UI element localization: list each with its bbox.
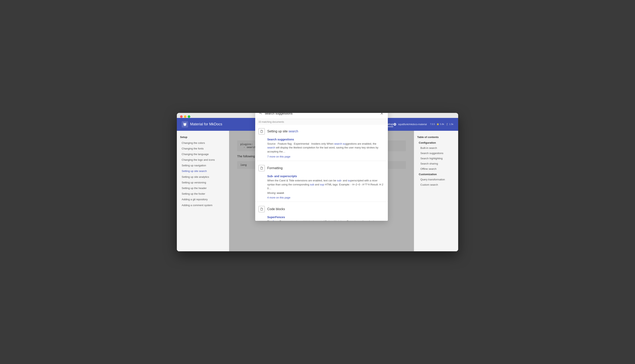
search-overlay[interactable]: 33 matching documents	[229, 131, 414, 251]
traffic-light-red[interactable]	[180, 115, 183, 118]
result-body-3: The SuperFences extension, which is also…	[267, 220, 384, 221]
search-modal: 33 matching documents	[255, 113, 388, 221]
sidebar-section-title: Setup	[180, 136, 226, 138]
result-body-2: When the Caret & Tilde extensions are en…	[267, 178, 384, 190]
sidebar-item-language[interactable]: Changing the language	[180, 152, 226, 157]
section-title-link-1[interactable]: search	[288, 130, 298, 133]
sidebar-item-comments[interactable]: Adding a comment system	[180, 202, 226, 208]
toc-sidebar: Table of contents Configuration Built-in…	[414, 131, 458, 251]
result-more-2[interactable]: 4 more on this page	[267, 196, 290, 199]
repo-name: squidfunk/mkdocs-material	[398, 123, 427, 126]
search-input[interactable]	[265, 113, 379, 115]
sidebar-item-versioning[interactable]: Setting up versioning	[180, 180, 226, 186]
result-more-1[interactable]: 7 more on this page	[267, 155, 290, 158]
browser-content: Material for MkDocs Home Getting started…	[177, 118, 458, 251]
section-title-2: Formatting	[267, 166, 282, 170]
result-missing-2: Missing: search	[267, 192, 384, 194]
main-layout: Setup Changing the colors Changing the f…	[177, 131, 458, 251]
section-title-1: Setting up site search	[267, 130, 298, 133]
toc-title: Table of contents	[417, 136, 455, 138]
search-result-icon-1	[258, 128, 265, 134]
logo-icon	[182, 121, 188, 128]
browser-window: Material for MkDocs Home Getting started…	[177, 113, 458, 251]
toc-item-customization[interactable]: Customization	[417, 172, 455, 177]
result-title-1: Search suggestions	[267, 138, 384, 141]
toc-item-custom-search[interactable]: Custom search	[417, 182, 455, 188]
traffic-lights	[180, 115, 190, 118]
search-result-header-1[interactable]: Setting up site search	[255, 125, 388, 136]
toc-item-offline-search[interactable]: Offline search	[417, 166, 455, 172]
search-icon	[258, 113, 262, 116]
section-title-3: Code blocks	[267, 207, 285, 211]
search-result-item-3[interactable]: SuperFences The SuperFences extension, w…	[255, 214, 388, 221]
traffic-light-yellow[interactable]	[184, 115, 186, 118]
sidebar-item-navigation[interactable]: Setting up navigation	[180, 163, 226, 168]
toc-item-search-sharing[interactable]: Search sharing	[417, 161, 455, 166]
toc-item-configuration[interactable]: Configuration	[417, 140, 455, 146]
result-title-2: Sub- and superscripts	[267, 174, 384, 178]
search-meta: 33 matching documents	[255, 119, 388, 125]
site-title: Material for MkDocs	[190, 122, 222, 126]
repo-icon	[393, 123, 396, 126]
sidebar-item-search[interactable]: Setting up site search	[180, 168, 226, 174]
search-meta-text: 33 matching documents	[258, 120, 284, 123]
header-right: squidfunk/mkdocs-material 7.0.5 ⭐ 5.8k 🍴…	[393, 123, 453, 126]
search-results[interactable]: Setting up site search Search suggestion…	[255, 125, 388, 221]
search-result-section-3: Code blocks SuperFences The SuperFences …	[255, 203, 388, 221]
repo-stars: ⭐ 5.8k	[436, 123, 444, 126]
sidebar-item-colors[interactable]: Changing the colors	[180, 140, 226, 146]
sidebar-item-analytics[interactable]: Setting up site analytics	[180, 174, 226, 180]
toc-item-builtin-search[interactable]: Built-in search	[417, 146, 455, 151]
search-input-row	[255, 113, 388, 119]
search-result-header-3[interactable]: Code blocks	[255, 203, 388, 214]
result-body-1: Source · Feature flag · Experimental · I…	[267, 142, 384, 154]
left-sidebar: Setup Changing the colors Changing the f…	[177, 131, 229, 251]
divider-2	[255, 202, 388, 202]
toc-item-search-suggestions[interactable]: Search suggestions	[417, 151, 455, 156]
toc-item-query-transformation[interactable]: Query transformation	[417, 177, 455, 182]
repo-forks: 🍴 1.5k	[446, 123, 453, 126]
search-result-section-1: Setting up site search Search suggestion…	[255, 125, 388, 160]
result-title-3: SuperFences	[267, 216, 384, 219]
search-result-section-2: Formatting Sub- and superscripts When th…	[255, 162, 388, 201]
search-result-header-2[interactable]: Formatting	[255, 162, 388, 173]
sidebar-item-header[interactable]: Setting up the header	[180, 186, 226, 191]
search-result-item-2[interactable]: Sub- and superscripts When the Caret & T…	[255, 173, 388, 201]
search-result-icon-3	[258, 206, 265, 212]
repo-info: squidfunk/mkdocs-material	[393, 123, 427, 126]
traffic-light-green[interactable]	[188, 115, 190, 118]
toc-item-search-highlighting[interactable]: Search highlighting	[417, 156, 455, 161]
sidebar-item-footer[interactable]: Setting up the footer	[180, 191, 226, 197]
main-content: plugins: - search The following options …	[229, 131, 414, 251]
sidebar-item-logo[interactable]: Changing the logo and icons	[180, 157, 226, 163]
search-result-icon-2	[258, 165, 265, 171]
search-result-item-1[interactable]: Search suggestions Source · Feature flag…	[255, 136, 388, 160]
sidebar-item-fonts[interactable]: Changing the fonts	[180, 146, 226, 152]
divider-1	[255, 161, 388, 161]
search-clear-button[interactable]	[379, 113, 384, 116]
repo-stats: 7.0.5 ⭐ 5.8k 🍴 1.5k	[430, 123, 453, 126]
repo-version: 7.0.5	[430, 123, 435, 126]
sidebar-item-git[interactable]: Adding a git repository	[180, 197, 226, 202]
